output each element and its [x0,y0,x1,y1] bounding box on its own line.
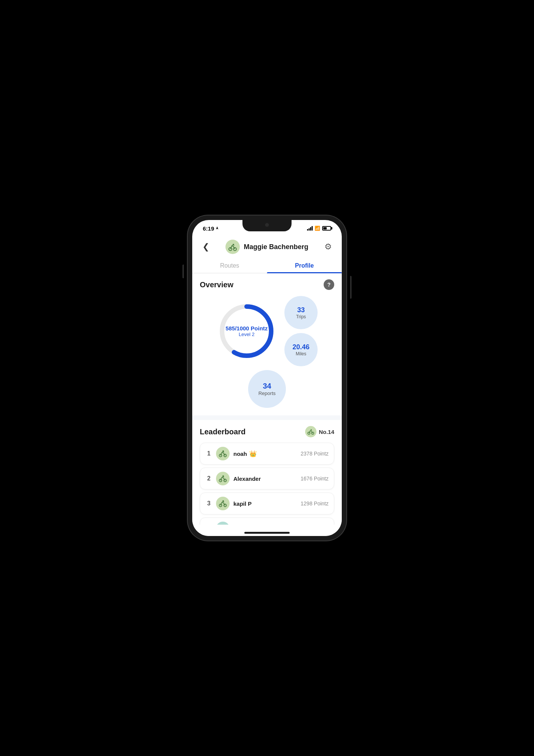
reports-label: Reports [258,390,276,396]
overview-title: Overview [200,280,233,289]
status-time: 6:19 [203,225,219,232]
phone-frame: 6:19 📶 ❮ [188,215,346,541]
back-chevron-icon: ❮ [202,242,209,252]
location-icon [215,226,219,230]
status-bar: 6:19 📶 [192,220,342,237]
header: ❮ Maggie Bachenberg ⚙ [192,237,342,259]
miles-label: Miles [296,351,306,356]
lb-rank-1: 1 [205,450,212,457]
lb-name-3: kapil P [233,500,252,507]
lb-avatar-4 [216,522,230,525]
status-icons: 📶 [307,226,331,231]
phone-screen: 6:19 📶 ❮ [192,220,342,536]
lb-bike-icon-3 [218,499,227,508]
lb-name-2: Alexander [233,476,261,482]
crown-icon-1: 👑 [249,450,257,457]
header-center: Maggie Bachenberg [225,240,308,254]
lb-name-1: noah [233,451,247,457]
svg-point-14 [222,476,224,477]
stats-bubbles-right: 33 Trips 20.46 Miles [284,296,318,366]
lb-bike-icon-2 [218,474,227,483]
lb-points-1: 2378 Pointz [301,451,329,457]
rank-bike-icon [307,428,315,435]
lb-name-area-2: Alexander [233,476,297,482]
svg-point-3 [233,244,234,245]
tab-profile[interactable]: Profile [267,259,342,273]
leaderboard-list: 1 noah 👑 [200,443,334,525]
overview-chart: 585/1000 Pointz Level 2 33 Trips 20.46 M… [200,296,334,366]
lb-name-area-3: kapil P [233,500,297,507]
content-area: Overview ? [192,273,342,525]
reports-bubble: 34 Reports [248,370,286,408]
leaderboard-title: Leaderboard [200,428,245,436]
donut-label: 585/1000 Pointz Level 2 [225,325,268,337]
lb-rank-3: 3 [205,500,212,507]
leaderboard-row-3: 3 kapil P [200,493,334,514]
settings-icon: ⚙ [324,242,332,252]
reports-value: 34 [263,382,271,390]
leaderboard-header: Leaderboard No.14 [200,426,334,437]
svg-point-11 [222,451,224,452]
overview-header: Overview ? [200,279,334,290]
donut-chart: 585/1000 Pointz Level 2 [216,301,277,361]
user-avatar [225,240,240,254]
miles-bubble: 20.46 Miles [284,333,318,366]
home-bar [192,525,342,536]
svg-point-17 [222,500,224,502]
user-name: Maggie Bachenberg [244,243,308,251]
help-button[interactable]: ? [324,279,334,290]
signal-icon [307,226,313,231]
lb-points-3: 1298 Pointz [301,500,329,507]
bike-avatar-icon [228,242,238,252]
settings-button[interactable]: ⚙ [322,241,334,253]
rank-avatar [305,426,316,437]
user-rank-text: No.14 [319,429,334,435]
leaderboard-row-2: 2 Alexander [200,468,334,490]
overview-bottom: 34 Reports [200,370,334,408]
trips-value: 33 [297,306,305,314]
tab-bar: Routes Profile [192,259,342,273]
back-button[interactable]: ❮ [200,241,212,253]
battery-icon [322,226,331,231]
home-bar-line [244,532,290,534]
overview-section: Overview ? [192,273,342,415]
donut-level: Level 2 [225,332,268,337]
lb-avatar-1 [216,447,230,460]
leaderboard-section: Leaderboard No.14 [192,420,342,525]
trips-label: Trips [296,314,306,319]
lb-name-area-1: noah 👑 [233,450,297,457]
lb-avatar-3 [216,497,230,510]
lb-rank-2: 2 [205,475,212,482]
lb-points-2: 1676 Pointz [301,476,329,482]
tab-routes[interactable]: Routes [192,259,267,273]
leaderboard-rank: No.14 [305,426,334,437]
leaderboard-row-4: 4 Trisha [200,517,334,525]
donut-points: 585/1000 Pointz [225,325,268,332]
notch [242,220,292,231]
lb-avatar-2 [216,472,230,485]
trips-bubble: 33 Trips [284,296,318,329]
camera-dot [265,223,269,227]
svg-point-8 [311,429,312,431]
miles-value: 20.46 [292,343,309,351]
lb-bike-icon-1 [218,449,227,458]
leaderboard-row-1: 1 noah 👑 [200,443,334,465]
svg-marker-0 [216,226,218,229]
wifi-icon: 📶 [315,226,320,231]
